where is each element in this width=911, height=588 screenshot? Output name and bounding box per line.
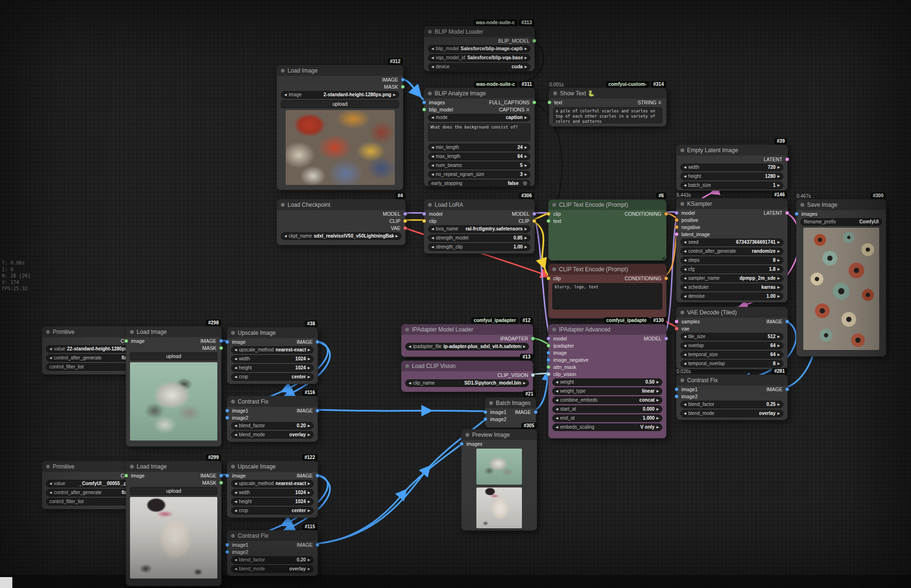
output-slot-dot[interactable] xyxy=(316,474,319,478)
decrement-arrow-icon[interactable]: ◀ xyxy=(556,416,558,420)
decrement-arrow-icon[interactable]: ◀ xyxy=(684,258,686,262)
text-area[interactable]: a pile of colorful scarles and scarles o… xyxy=(553,107,662,123)
input-slot-dot[interactable] xyxy=(124,339,128,343)
output-slot-dot[interactable] xyxy=(785,211,789,215)
increment-arrow-icon[interactable]: ▶ xyxy=(308,433,310,436)
collapse-dot-icon[interactable] xyxy=(552,328,556,331)
node-title-bar[interactable]: Contrast Fix xyxy=(677,375,787,386)
collapse-dot-icon[interactable] xyxy=(680,148,684,152)
collapse-dot-icon[interactable] xyxy=(800,203,804,207)
decrement-arrow-icon[interactable]: ◀ xyxy=(431,236,434,239)
combo-widget-ckpt-name[interactable]: ◀ckpt_namesdxl_realvisxlV50_v50Lightning… xyxy=(281,232,401,240)
node-vae-decode-tiled[interactable]: VAE Decode (Tiled)samplesIMAGEvae◀tile_s… xyxy=(676,307,788,369)
increment-arrow-icon[interactable]: ▶ xyxy=(657,407,659,411)
node-ksampler-146[interactable]: 5.443s#146KSamplermodelLATENTpositiveneg… xyxy=(676,198,788,303)
node-title-bar[interactable]: Load Image xyxy=(126,327,221,337)
decrement-arrow-icon[interactable]: ◀ xyxy=(234,366,237,369)
decrement-arrow-icon[interactable]: ◀ xyxy=(431,56,434,59)
number-widget-start-at[interactable]: ◀start_at0.000▶ xyxy=(552,405,662,413)
input-slot-dot[interactable] xyxy=(422,212,426,216)
output-slot-dot[interactable] xyxy=(401,85,405,89)
number-widget-num-beams[interactable]: ◀num_beams5▶ xyxy=(428,162,530,169)
number-widget-no-repeat-ngram-size[interactable]: ◀no_repeat_ngram_size3▶ xyxy=(428,171,530,178)
decrement-arrow-icon[interactable]: ◀ xyxy=(431,146,434,149)
decrement-arrow-icon[interactable]: ◀ xyxy=(234,348,237,351)
upload-button[interactable]: upload xyxy=(281,100,399,108)
increment-arrow-icon[interactable]: ▶ xyxy=(778,175,780,178)
collapse-dot-icon[interactable] xyxy=(231,465,235,469)
output-slot-dot[interactable] xyxy=(534,410,538,414)
input-slot-dot[interactable] xyxy=(225,543,229,547)
node-title-bar[interactable]: Upscale Image xyxy=(227,461,317,472)
increment-arrow-icon[interactable]: ▶ xyxy=(657,398,659,402)
decrement-arrow-icon[interactable]: ◀ xyxy=(431,245,434,248)
node-upscale-image-38[interactable]: #38Upscale ImageimageIMAGE◀upscale_metho… xyxy=(227,327,318,384)
increment-arrow-icon[interactable]: ▶ xyxy=(308,482,310,485)
input-slot-dot[interactable] xyxy=(547,276,550,280)
number-widget-steps[interactable]: ◀steps8▶ xyxy=(680,257,783,264)
input-slot-dot[interactable] xyxy=(422,101,426,104)
combo-widget-blend-mode[interactable]: ◀blend_modeoverlay▶ xyxy=(680,410,783,417)
decrement-arrow-icon[interactable]: ◀ xyxy=(684,294,686,298)
combo-widget-blend-mode[interactable]: ◀blend_modeoverlay▶ xyxy=(231,431,314,439)
number-widget-height[interactable]: ◀height1024▶ xyxy=(231,364,314,372)
node-title-bar[interactable]: CLIP Text Encode (Prompt) xyxy=(548,200,666,210)
decrement-arrow-icon[interactable]: ◀ xyxy=(431,155,434,158)
increment-arrow-icon[interactable]: ▶ xyxy=(525,146,527,149)
increment-arrow-icon[interactable]: ▶ xyxy=(525,65,527,68)
input-slot-dot[interactable] xyxy=(124,474,128,478)
combo-widget-blend-mode[interactable]: ◀blend_modeoverlay▶ xyxy=(231,565,314,573)
number-widget-strength-clip[interactable]: ◀strength_clip1.00▶ xyxy=(428,243,530,251)
collapse-dot-icon[interactable] xyxy=(231,534,235,538)
text-widget-filename-prefix[interactable]: filename_prefixComfyUI xyxy=(800,218,882,226)
input-slot-dot[interactable] xyxy=(483,417,487,421)
node-ipadapter-model-loader-12[interactable]: comfyui_ipadapter#12IPAdapter Model Load… xyxy=(401,324,533,357)
decrement-arrow-icon[interactable]: ◀ xyxy=(431,164,434,167)
decrement-arrow-icon[interactable]: ◀ xyxy=(431,65,434,68)
output-slot-dot[interactable] xyxy=(403,226,407,230)
increment-arrow-icon[interactable]: ▶ xyxy=(525,116,527,119)
collapse-dot-icon[interactable] xyxy=(231,400,235,404)
output-slot-dot[interactable] xyxy=(664,276,668,280)
combo-widget-embeds-scaling[interactable]: ◀embeds_scalingV only▶ xyxy=(552,423,662,431)
resize-handle-icon[interactable]: ◢ xyxy=(661,255,665,260)
decrement-arrow-icon[interactable]: ◀ xyxy=(49,347,52,350)
input-slot-dot[interactable] xyxy=(422,219,426,223)
output-slot-dot[interactable] xyxy=(219,481,223,485)
combo-widget-lora-name[interactable]: ◀lora_nameral-frctlgmtry.safetensors▶ xyxy=(428,225,530,233)
output-slot-dot[interactable] xyxy=(664,337,668,340)
number-widget-temporal-size[interactable]: ◀temporal_size64▶ xyxy=(680,351,783,358)
input-slot-dot[interactable] xyxy=(675,211,679,215)
node-blip-model-loader-313[interactable]: was-node-suite-c#313BLIP Model LoaderBLI… xyxy=(424,26,535,71)
increment-arrow-icon[interactable]: ▶ xyxy=(778,353,780,356)
decrement-arrow-icon[interactable]: ◀ xyxy=(684,285,686,289)
number-widget-width[interactable]: ◀width1024▶ xyxy=(231,355,314,363)
decrement-arrow-icon[interactable]: ◀ xyxy=(556,389,558,393)
collapse-dot-icon[interactable] xyxy=(428,30,432,34)
increment-arrow-icon[interactable]: ▶ xyxy=(657,425,659,429)
increment-arrow-icon[interactable]: ▶ xyxy=(525,155,527,158)
input-slot-dot[interactable] xyxy=(547,219,550,223)
node-title-bar[interactable]: Empty Latent Image xyxy=(677,145,787,156)
number-widget-end-at[interactable]: ◀end_at1.000▶ xyxy=(552,414,662,422)
increment-arrow-icon[interactable]: ▶ xyxy=(657,380,659,384)
decrement-arrow-icon[interactable]: ◀ xyxy=(284,93,287,96)
increment-arrow-icon[interactable]: ▶ xyxy=(308,366,310,369)
decrement-arrow-icon[interactable]: ◀ xyxy=(684,353,686,356)
increment-arrow-icon[interactable]: ▶ xyxy=(778,258,780,262)
increment-arrow-icon[interactable]: ▶ xyxy=(308,491,310,494)
output-slot-dot[interactable] xyxy=(532,219,536,223)
increment-arrow-icon[interactable]: ▶ xyxy=(308,509,310,512)
node-title-bar[interactable]: Preview Image xyxy=(462,430,537,440)
node-preview-image-305[interactable]: #305Preview Imageimages xyxy=(461,429,537,531)
collapse-dot-icon[interactable] xyxy=(281,69,285,73)
combo-widget-control-after-generate[interactable]: ◀control_after_generaterandomize▶ xyxy=(680,248,783,255)
combo-widget-weight-type[interactable]: ◀weight_typelinear▶ xyxy=(552,387,662,395)
output-slot-dot[interactable] xyxy=(403,219,407,223)
combo-widget-mode[interactable]: ◀modecaption▶ xyxy=(428,114,530,121)
node-contrast-fix-281[interactable]: 0.026s#281Contrast Fiximage1IMAGEimage2◀… xyxy=(676,375,788,420)
text-area[interactable]: What does the background consist of? xyxy=(428,123,530,141)
input-slot-dot[interactable] xyxy=(675,387,679,391)
node-title-bar[interactable]: Batch Images xyxy=(485,398,536,408)
input-slot-dot[interactable] xyxy=(547,351,550,355)
